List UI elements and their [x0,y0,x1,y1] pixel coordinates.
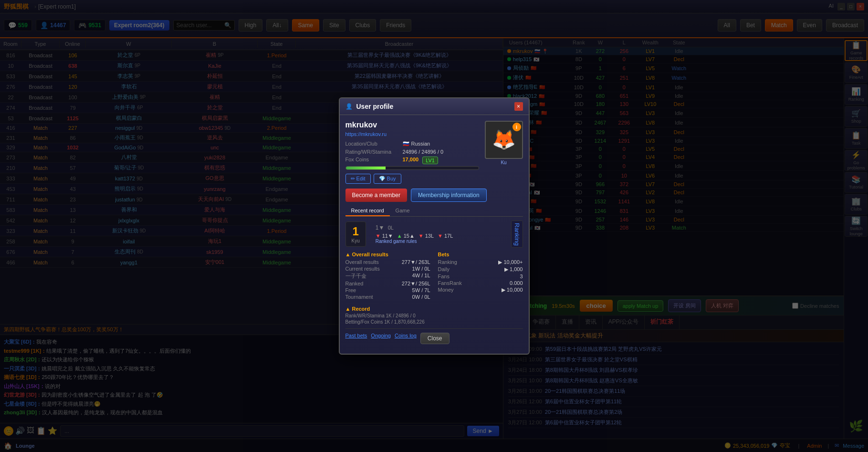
location-label: Location/Club [345,141,403,147]
edit-button[interactable]: ✏ Edit [345,174,371,184]
profile-coins-field: Fox Coins 17,000 LV1 [345,157,479,164]
record-zero: 0L [388,225,394,231]
rs-rank-stamina: Rank/WR/Stamina 1K / 24896 / 0 [345,313,523,318]
avatar-wrap: 🦊 i Ku [485,121,523,184]
wl-count-1: 11▼ [382,233,393,239]
profile-username: mkrukov [345,121,479,129]
rank-unit: Kyu [352,238,360,243]
profile-top: mkrukov https://mkrukov.ru Location/Club… [345,121,523,184]
win-loss-display: ▼ 11▼ ▲ 15▲ ▼ 13L ▼ 17L [376,233,453,239]
level-badge: LV1 [422,157,438,164]
profile-url: https://mkrukov.ru [345,131,479,137]
ranked-game-rules[interactable]: Ranked game rules [376,239,453,244]
ku-label: Ku [485,160,523,165]
wl-item-3: ▼ 13L [418,233,434,239]
rating-value: 24896 / 24896 / 0 [403,149,444,155]
profile-rating-field: Rating/WR/Stamina 24896 / 24896 / 0 [345,149,479,155]
tab-game[interactable]: Game [390,206,416,216]
record-wins-losses: 1▼ 0L ▼ 11▼ ▲ 15▲ ▼ [376,224,453,244]
wl-down-icon2: ▼ [418,233,424,239]
wl-count-3: 13L [425,233,434,239]
or-title: ▲ Overall results [345,252,430,257]
bets-fansrank: FansRank 0.000 [438,280,523,286]
record-stats: 1 Kyu 1▼ 0L ▼ 11▼ ▲ [345,221,523,248]
close-profile-button[interactable]: Close [420,333,450,344]
bets-title: Bets [438,252,523,257]
modal-overlay: 👤 User profile × mkrukov https://mkrukov… [0,0,868,452]
rating-label: Rating/WR/Stamina [345,149,403,155]
modal-close-button[interactable]: × [514,102,523,111]
profile-action-buttons: ✏ Edit 💎 Buy [345,174,479,184]
wl-item-4: ▼ 17L [438,233,453,239]
past-bets-link[interactable]: Past bets [345,333,367,344]
or-ranked: Ranked 272▼/ 256L [345,280,430,287]
bets-money: Money ▶ 10,000 [438,286,523,294]
tab-recent-record[interactable]: Recent record [345,206,390,216]
wl-item-2: ▲ 15▲ [397,233,415,239]
user-profile-modal: 👤 User profile × mkrukov https://mkrukov… [339,97,530,355]
coins-label: Fox Coins [345,157,403,164]
or-overall: Overall results 277▼/ 263L [345,259,430,265]
location-value: Russian [411,141,430,147]
profile-left: mkrukov https://mkrukov.ru Location/Club… [345,121,479,184]
coins-log-link[interactable]: Coins log [395,333,417,344]
rank-number: 1 [352,225,360,238]
modal-icon: 👤 [345,103,353,110]
wl-count-4: 17L [444,233,453,239]
wl-up-icon: ▲ [397,233,402,239]
avatar-info-button[interactable]: i [512,123,521,131]
ranking-side-label: Ranking [511,221,523,248]
record-w: 1 [376,224,379,231]
wl-item-1: ▼ 11▼ [376,233,393,239]
level-bar [345,166,479,170]
modal-title: User profile [356,103,511,110]
become-member-button[interactable]: Become a member [345,189,407,202]
wl-down-icon: ▼ [376,233,381,239]
or-streak: 一子千金 4W / 1L [345,272,430,280]
or-tournament: Tournament 0W / 0L [345,294,430,300]
ongoing-link[interactable]: Ongoing [371,333,391,344]
membership-buttons: Become a member Membership information [345,189,523,202]
wl-count-2: 15▲ [404,233,415,239]
rank-display: 1 Kyu [345,221,366,247]
or-free: Free 5W / 7L [345,287,430,294]
rs-title: ▲ Record [345,306,523,312]
wl-down-icon3: ▼ [438,233,443,239]
record-section: ▲ Record Rank/WR/Stamina 1K / 24896 / 0 … [345,306,523,325]
modal-body: mkrukov https://mkrukov.ru Location/Club… [340,115,529,354]
rs-betting: Betting/Fox Coins 1K / 1,870,668,226 [345,319,523,325]
profile-location-field: Location/Club 🇷🇺 Russian [345,141,479,147]
bets-fans: Fans 3 [438,273,523,280]
bets-ranking: Ranking ▶ 10,000+ [438,259,523,266]
avatar-image: 🦊 [492,128,516,151]
modal-header: 👤 User profile × [340,98,529,115]
membership-info-button[interactable]: Membership information [411,189,487,202]
level-bar-fill [346,167,386,169]
buy-button[interactable]: 💎 Buy [374,174,401,184]
fox-coins-value: 17,000 [403,157,419,164]
stats-section: ▲ Overall results Overall results 277▼/ … [345,252,523,303]
profile-tabs: Recent record Game [345,206,523,217]
overall-results: ▲ Overall results Overall results 277▼/ … [345,252,430,300]
bets-section: Bets Ranking ▶ 10,000+ Ranking ▶ 10,000+… [438,252,523,303]
russian-flag-icon: 🇷🇺 [403,141,409,147]
profile-bottom-tabs: Past bets Ongoing Coins log Close [345,328,523,344]
or-current: Current results 1W / 0L [345,265,430,272]
bets-daily2: Daily ▶ 1,000 [438,266,523,273]
